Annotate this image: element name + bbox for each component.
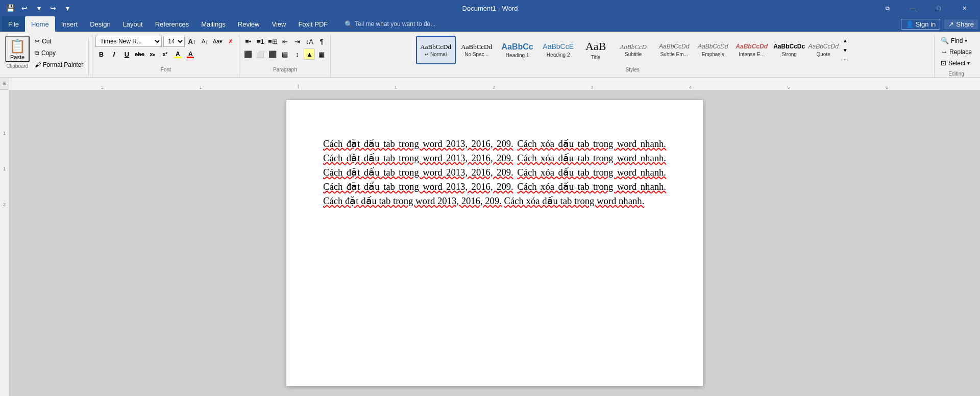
menu-mailings[interactable]: Mailings (195, 16, 232, 32)
font-name-select[interactable]: Times New R... (95, 36, 162, 47)
restore-down-button[interactable]: ⧉ (876, 0, 899, 16)
multilevel-button[interactable]: ≡⊞ (267, 36, 278, 47)
replace-button[interactable]: ↔ Replace (938, 47, 975, 57)
subscript-button[interactable]: x₂ (146, 48, 158, 60)
undo-button[interactable]: ↩ (18, 2, 31, 14)
copy-button[interactable]: ⧉ Copy (32, 48, 86, 58)
paste-label: Paste (10, 54, 24, 60)
line-spacing-button[interactable]: ↕ (291, 48, 303, 60)
find-button[interactable]: 🔍 Find ▾ (938, 36, 975, 45)
style-subtitle-label: Subtitle (625, 52, 642, 57)
minimize-button[interactable]: — (901, 0, 925, 16)
font-group-label: Font (161, 67, 171, 72)
font-shrink-button[interactable]: A↓ (199, 36, 210, 47)
editing-group-label: Editing (948, 71, 964, 77)
numbering-button[interactable]: ≡1 (255, 36, 266, 47)
style-heading2-label: Heading 2 (547, 52, 570, 58)
font-grow-button[interactable]: A↑ (186, 36, 198, 47)
close-button[interactable]: ✕ (952, 0, 976, 16)
undo-dropdown[interactable]: ▾ (33, 2, 45, 14)
maximize-button[interactable]: □ (927, 0, 950, 16)
sort-button[interactable]: ↕A (304, 36, 315, 47)
text-highlight-button[interactable]: A (172, 48, 183, 60)
style-heading1[interactable]: AaBbCc Heading 1 (498, 36, 537, 64)
align-right-button[interactable]: ⬛ (267, 48, 278, 60)
select-button[interactable]: ⊡ Select ▾ (938, 58, 975, 68)
style-normal-preview: AaBbCcDd (420, 43, 451, 51)
show-hide-button[interactable]: ¶ (316, 36, 327, 47)
style-title[interactable]: AaB Title (579, 36, 612, 64)
ruler-corner[interactable]: ⊞ (0, 78, 9, 90)
horizontal-ruler: 2 1 | 1 2 3 4 5 6 (9, 78, 980, 90)
paste-button[interactable]: 📋 Paste (5, 36, 30, 62)
share-button[interactable]: ↗ Share (944, 19, 978, 29)
style-subtle-em[interactable]: AaBbCcDd Subtle Em... (654, 36, 694, 64)
style-quote-preview: AaBbCcDd (808, 43, 838, 50)
clipboard-group: 📋 Paste Clipboard ✂ Cut ⧉ Copy 🖌 Format … (2, 35, 92, 79)
menu-view[interactable]: View (265, 16, 292, 32)
menu-home[interactable]: Home (25, 16, 55, 32)
style-no-spacing-preview: AaBbCcDd (461, 43, 492, 51)
format-painter-button[interactable]: 🖌 Format Painter (32, 60, 86, 69)
style-heading2[interactable]: AaBbCcE Heading 2 (538, 36, 578, 64)
decrease-indent-button[interactable]: ⇤ (279, 36, 290, 47)
increase-indent-button[interactable]: ⇥ (291, 36, 303, 47)
ruler-area: ⊞ 2 1 | 1 2 3 4 5 6 (0, 78, 980, 90)
bullets-button[interactable]: ≡• (242, 36, 254, 47)
menu-review[interactable]: Review (232, 16, 266, 32)
style-title-preview: AaB (585, 40, 606, 53)
align-left-button[interactable]: ⬛ (242, 48, 254, 60)
person-icon: 👤 (905, 20, 914, 28)
menu-references[interactable]: References (149, 16, 195, 32)
doc-area: 1 1 2 Cách đặt dấu tab trong word 2013, … (0, 90, 980, 396)
menu-insert[interactable]: Insert (55, 16, 84, 32)
gallery-scroll: ▲ ▼ ≡ (841, 36, 849, 64)
change-case-button[interactable]: Aa▾ (212, 36, 223, 47)
document-text[interactable]: Cách đặt dấu tab trong word 2013, 2016, … (323, 137, 666, 208)
style-emphasis[interactable]: AaBbCcDd Emphasis (695, 36, 731, 64)
font-size-select[interactable]: 14 (163, 36, 185, 47)
window-title: Document1 - Word (462, 5, 518, 12)
redo-button[interactable]: ↪ (47, 2, 59, 14)
select-dropdown-icon: ▾ (967, 60, 970, 66)
paragraph-group-label: Paragraph (273, 67, 297, 72)
underline-button[interactable]: U (121, 48, 132, 60)
style-normal[interactable]: AaBbCcDd ↵ Normal (416, 36, 456, 64)
strikethrough-button[interactable]: abc (134, 48, 145, 60)
justify-button[interactable]: ▤ (279, 48, 290, 60)
italic-button[interactable]: I (108, 48, 119, 60)
clipboard-label: Clipboard (7, 63, 29, 69)
font-color-button[interactable]: A (185, 48, 196, 60)
share-icon: ↗ (948, 20, 954, 28)
style-heading1-label: Heading 1 (506, 53, 529, 58)
style-strong[interactable]: AaBbCcDc Strong (773, 36, 806, 64)
save-button[interactable]: 💾 (4, 2, 16, 14)
sign-in-button[interactable]: 👤 Sign in (901, 19, 941, 30)
ribbon: 📋 Paste Clipboard ✂ Cut ⧉ Copy 🖌 Format … (0, 32, 980, 78)
style-heading2-preview: AaBbCcE (543, 42, 574, 51)
style-intense-em[interactable]: AaBbCcDd Intense E... (732, 36, 772, 64)
style-subtitle[interactable]: AaBbCcD Subtitle (614, 36, 653, 64)
style-no-spacing[interactable]: AaBbCcDd No Spac... (457, 36, 497, 64)
clear-format-button[interactable]: ✗ (225, 36, 236, 47)
menu-foxit[interactable]: Foxit PDF (292, 16, 334, 32)
cut-button[interactable]: ✂ Cut (32, 37, 86, 46)
style-quote[interactable]: AaBbCcDd Quote (807, 36, 840, 64)
shading-button[interactable]: ▲ (304, 48, 315, 60)
menu-file[interactable]: File (2, 16, 25, 32)
menu-layout[interactable]: Layout (117, 16, 149, 32)
bold-button[interactable]: B (95, 48, 107, 60)
gallery-more-button[interactable]: ≡ (841, 55, 849, 64)
replace-icon: ↔ (941, 48, 947, 56)
superscript-button[interactable]: x² (159, 48, 170, 60)
align-center-button[interactable]: ⬜ (255, 48, 266, 60)
menu-design[interactable]: Design (84, 16, 116, 32)
gallery-up-button[interactable]: ▲ (841, 36, 849, 45)
doc-canvas[interactable]: Cách đặt dấu tab trong word 2013, 2016, … (9, 90, 980, 396)
format-painter-icon: 🖌 (35, 61, 41, 68)
style-intense-em-preview: AaBbCcDd (736, 43, 768, 50)
borders-button[interactable]: ▦ (316, 48, 327, 60)
gallery-down-button[interactable]: ▼ (841, 45, 849, 55)
tell-me-input[interactable]: 🔍 Tell me what you want to do... (340, 19, 440, 30)
customize-qa-button[interactable]: ▾ (61, 2, 74, 14)
